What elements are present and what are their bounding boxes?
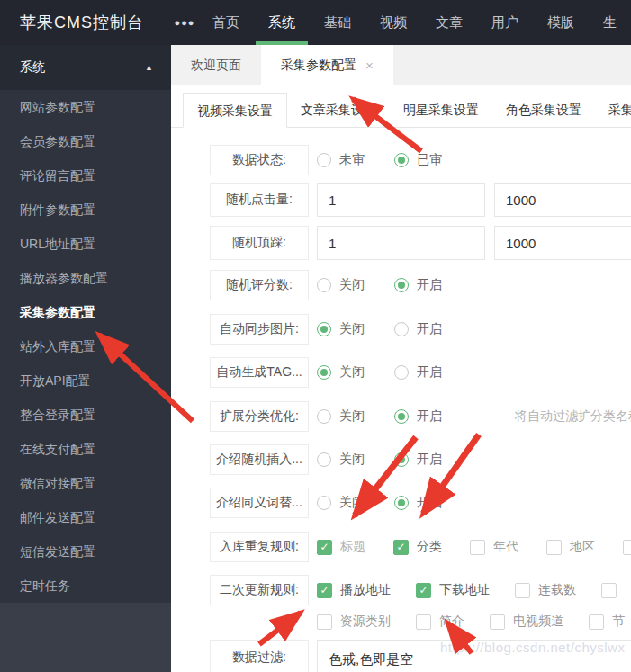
checkbox-year[interactable]: 年代 bbox=[470, 539, 518, 555]
sidebar-item-online-pay[interactable]: 在线支付配置 bbox=[0, 432, 171, 466]
sidebar-item-integrated-login[interactable]: 整合登录配置 bbox=[0, 398, 171, 432]
sidebar-item-player-params[interactable]: 播放器参数配置 bbox=[0, 261, 171, 295]
row-random-score: 随机评分数: 关闭 开启 bbox=[210, 270, 631, 300]
radio-label: 关闭 bbox=[339, 277, 365, 293]
sidebar-item-collect-params[interactable]: 采集参数配置 bbox=[0, 295, 171, 329]
radio-option-off[interactable]: 关闭 bbox=[317, 452, 365, 468]
sidebar-group-label: 系统 bbox=[20, 59, 45, 76]
checkbox-category[interactable]: 分类 bbox=[393, 539, 442, 555]
field-label: 入库重复规则: bbox=[210, 532, 309, 562]
radio-option-on[interactable]: 开启 bbox=[394, 277, 442, 293]
radio-option-reviewed[interactable]: 已审 bbox=[394, 152, 442, 168]
nav-item-system[interactable]: 系统 bbox=[254, 0, 310, 45]
checkbox-cutoff[interactable] bbox=[601, 583, 625, 598]
window-tabbar: 欢迎页面 采集参数配置 × bbox=[171, 45, 631, 85]
checkbox-resource-type[interactable]: 资源类别 bbox=[317, 614, 391, 630]
radio-option-unreviewed[interactable]: 未审 bbox=[317, 152, 365, 168]
top-nav: 首页 系统 基础 视频 文章 用户 模版 生 bbox=[198, 0, 631, 45]
nav-item-article[interactable]: 文章 bbox=[421, 0, 477, 45]
checkbox-intro[interactable]: 简介 bbox=[416, 614, 464, 630]
random-updown-min-input[interactable] bbox=[317, 226, 485, 260]
random-clicks-min-input[interactable] bbox=[317, 183, 485, 217]
checkbox-play-url[interactable]: 播放地址 bbox=[317, 582, 391, 598]
subtab-collect-more[interactable]: 采集 bbox=[595, 93, 631, 127]
more-menu-icon[interactable]: ●●● bbox=[171, 17, 198, 28]
sidebar-item-wechat-connect[interactable]: 微信对接配置 bbox=[0, 466, 171, 500]
radio-option-off[interactable]: 关闭 bbox=[317, 321, 365, 337]
radio-option-on[interactable]: 开启 bbox=[394, 495, 442, 511]
sidebar-item-open-api[interactable]: 开放API配置 bbox=[0, 363, 171, 398]
checkbox-icon bbox=[393, 540, 409, 555]
checkbox-label: 节 bbox=[612, 614, 625, 630]
sidebar-item-cron-tasks[interactable]: 定时任务 bbox=[0, 569, 171, 603]
checkbox-icon bbox=[623, 540, 631, 555]
radio-icon bbox=[317, 278, 331, 292]
field-hint: 将自动过滤扩分类名称里的 bbox=[515, 408, 631, 425]
subtab-star-collect[interactable]: 明星采集设置 bbox=[390, 93, 492, 127]
field-label: 二次更新规则: bbox=[210, 575, 309, 605]
row-data-status: 数据状态: 未审 已审 bbox=[210, 145, 631, 175]
checkbox-title[interactable]: 标题 bbox=[317, 539, 365, 555]
row-random-updown: 随机顶踩: bbox=[210, 226, 631, 260]
radio-icon bbox=[317, 365, 331, 380]
radio-option-off[interactable]: 关闭 bbox=[317, 408, 365, 425]
checkbox-label: 年代 bbox=[493, 539, 518, 555]
checkbox-label: 分类 bbox=[417, 539, 442, 555]
settings-form: 数据状态: 未审 已审 随机点击量: bbox=[171, 128, 631, 672]
checkbox-icon bbox=[416, 583, 431, 598]
radio-option-off[interactable]: 关闭 bbox=[317, 495, 365, 511]
radio-option-off[interactable]: 关闭 bbox=[317, 364, 365, 381]
radio-icon bbox=[394, 322, 409, 336]
nav-item-template[interactable]: 模版 bbox=[533, 0, 589, 45]
random-updown-max-input[interactable] bbox=[494, 226, 631, 260]
radio-label: 开启 bbox=[417, 452, 442, 468]
checkbox-icon bbox=[490, 614, 505, 630]
radio-option-on[interactable]: 开启 bbox=[394, 321, 442, 337]
subtab-role-collect[interactable]: 角色采集设置 bbox=[492, 93, 595, 127]
row-auto-sync-image: 自动同步图片: 关闭 开启 bbox=[210, 314, 631, 345]
random-clicks-max-input[interactable] bbox=[494, 183, 631, 217]
nav-item-user[interactable]: 用户 bbox=[477, 0, 533, 45]
radio-icon bbox=[317, 322, 331, 336]
checkbox-cutoff[interactable] bbox=[623, 540, 631, 555]
sidebar-item-attachment-params[interactable]: 附件参数配置 bbox=[0, 193, 171, 227]
radio-icon bbox=[317, 409, 331, 424]
radio-option-on[interactable]: 开启 bbox=[394, 408, 442, 425]
data-filter-input[interactable] bbox=[317, 640, 631, 672]
sidebar-item-email-send[interactable]: 邮件发送配置 bbox=[0, 500, 171, 534]
close-icon[interactable]: × bbox=[365, 58, 374, 72]
radio-icon bbox=[317, 153, 331, 167]
subtab-video-collect[interactable]: 视频采集设置 bbox=[183, 93, 287, 128]
sidebar-group-system[interactable]: 系统 ▲ bbox=[0, 45, 171, 90]
sidebar-item-url-config[interactable]: URL地址配置 bbox=[0, 227, 171, 261]
nav-item-video[interactable]: 视频 bbox=[365, 0, 421, 45]
checkbox-label: 简介 bbox=[439, 614, 464, 630]
radio-option-on[interactable]: 开启 bbox=[394, 364, 442, 381]
checkbox-label: 资源类别 bbox=[340, 614, 391, 630]
nav-item-home[interactable]: 首页 bbox=[198, 0, 254, 45]
sidebar-item-sms-send[interactable]: 短信发送配置 bbox=[0, 534, 171, 569]
sidebar-item-member-params[interactable]: 会员参数配置 bbox=[0, 124, 171, 158]
checkbox-download-url[interactable]: 下载地址 bbox=[416, 582, 490, 598]
radio-icon bbox=[317, 496, 331, 510]
radio-option-on[interactable]: 开启 bbox=[394, 452, 442, 468]
checkbox-area[interactable]: 地区 bbox=[546, 539, 595, 555]
sidebar-item-comment-config[interactable]: 评论留言配置 bbox=[0, 158, 171, 193]
nav-item-generate[interactable]: 生 bbox=[589, 0, 631, 45]
checkbox-tv-channel[interactable]: 电视频道 bbox=[490, 614, 563, 630]
checkbox-label: 播放地址 bbox=[340, 582, 391, 598]
radio-label: 关闭 bbox=[339, 408, 365, 425]
checkbox-serial-count[interactable]: 连载数 bbox=[515, 582, 576, 598]
radio-option-off[interactable]: 关闭 bbox=[317, 277, 365, 293]
nav-item-basic[interactable]: 基础 bbox=[310, 0, 365, 45]
sidebar-item-site-params[interactable]: 网站参数配置 bbox=[0, 90, 171, 124]
sidebar-item-external-import[interactable]: 站外入库配置 bbox=[0, 329, 171, 363]
subtab-article-collect[interactable]: 文章采集设置 bbox=[287, 93, 390, 127]
tab-collect-params[interactable]: 采集参数配置 × bbox=[261, 45, 393, 85]
row-second-update-rule: 二次更新规则: 播放地址 下载地址 连载数 bbox=[210, 575, 631, 631]
tab-welcome[interactable]: 欢迎页面 bbox=[171, 45, 261, 85]
checkbox-icon bbox=[317, 614, 332, 630]
radio-label: 关闭 bbox=[339, 364, 365, 381]
checkbox-episode[interactable]: 节 bbox=[589, 614, 625, 630]
app-header: 苹果CMS控制台 ●●● 首页 系统 基础 视频 文章 用户 模版 生 bbox=[0, 0, 631, 45]
